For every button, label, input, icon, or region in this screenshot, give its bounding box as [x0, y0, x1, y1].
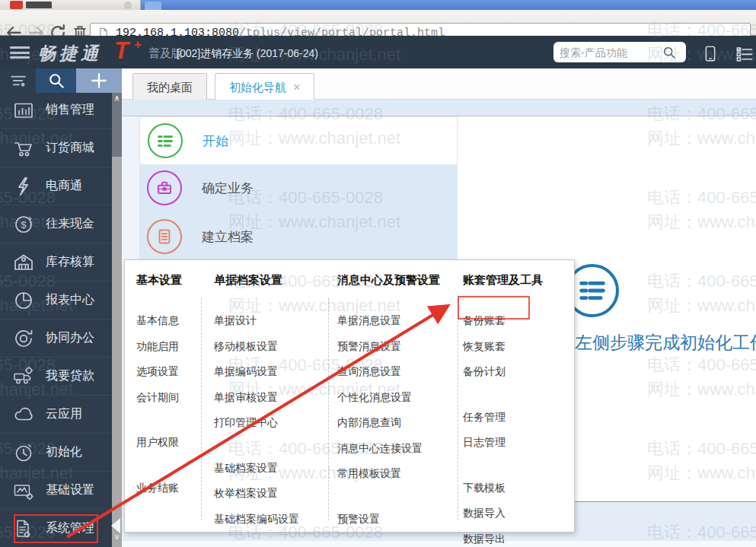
browser-titlebar — [0, 0, 756, 10]
sidebar-filter-icon[interactable] — [0, 68, 36, 93]
task-list-icon[interactable] — [735, 44, 754, 64]
menu-item[interactable]: 单据设计 — [214, 308, 299, 334]
menu-item[interactable]: 单据编码设置 — [214, 359, 299, 385]
app-window: 192.168.1.103:8080/tplus/view/portal/por… — [0, 0, 756, 547]
sidebar-item-2[interactable]: 订货商城 — [0, 129, 112, 167]
system-manage-menu: 基本设置基本信息功能启用选项设置会计期间用户权限业务结账单据档案设置单据设计移动… — [124, 259, 575, 533]
menu-item[interactable]: 业务结账 — [136, 475, 182, 501]
menu-column-3: 消息中心及预警设置单据消息设置预警消息设置查询消息设置个性化消息设置内部消息查询… — [337, 273, 440, 532]
menu-column-title: 消息中心及预警设置 — [337, 273, 440, 288]
menu-item[interactable]: 日志管理 — [463, 430, 543, 456]
tab-close-icon[interactable] — [124, 2, 132, 9]
browser-toolbar: 192.168.1.103:8080/tplus/view/portal/por… — [0, 10, 756, 36]
menu-group: 预警设置 — [337, 507, 440, 533]
scroll-down-icon[interactable]: v — [112, 533, 122, 541]
cash-dollar-icon: $ — [12, 213, 35, 236]
menu-item[interactable]: 查询消息设置 — [337, 359, 440, 385]
menu-item[interactable]: 任务管理 — [463, 405, 543, 431]
tab-init-nav[interactable]: 初始化导航 × — [215, 73, 314, 100]
step-start-row[interactable]: 开始 — [139, 116, 458, 164]
sidebar-item-5[interactable]: 库存核算 — [0, 243, 112, 281]
start-list-icon — [148, 123, 183, 158]
new-tab-button[interactable] — [145, 2, 161, 10]
cloud-app-icon — [12, 403, 35, 426]
menu-item[interactable]: 枚举档案设置 — [214, 481, 299, 507]
browser-tab-title — [26, 2, 52, 8]
archive-doc-icon — [147, 219, 182, 254]
sidebar-item-1[interactable]: 销售管理 — [0, 91, 112, 129]
search-input[interactable] — [560, 46, 659, 59]
menu-item[interactable]: 常用模板设置 — [337, 461, 440, 487]
menu-item[interactable]: 数据导出 — [463, 526, 543, 547]
menu-column-1: 基本设置基本信息功能启用选项设置会计期间用户权限业务结账 — [136, 273, 182, 501]
sidebar-item-6[interactable]: 报表中心 — [0, 281, 112, 320]
menu-group: 备份账套恢复账套备份计划 — [463, 308, 543, 385]
initialization-clock-icon — [12, 441, 35, 464]
menu-item[interactable]: 恢复账套 — [463, 334, 543, 360]
menu-item[interactable]: 内部消息查询 — [337, 410, 440, 436]
menu-item[interactable]: 选项设置 — [136, 359, 182, 385]
step-archive-row[interactable]: 建立档案 — [147, 219, 254, 254]
tab-my-desktop[interactable]: 我的桌面 — [132, 73, 207, 100]
sidebar-search-icon[interactable] — [36, 68, 76, 93]
menu-item[interactable]: 数据导入 — [463, 501, 543, 526]
menu-group: 业务结账 — [136, 475, 182, 501]
svg-text:$: $ — [21, 219, 27, 231]
basic-settings-icon — [12, 479, 35, 502]
menu-item[interactable]: 基本信息 — [136, 308, 182, 334]
menu-item[interactable]: 备份计划 — [463, 359, 543, 385]
mobile-app-icon[interactable] — [701, 44, 719, 64]
sidebar-add-icon[interactable] — [76, 68, 122, 93]
sidebar-item-label: 云应用 — [46, 406, 82, 422]
step-business-row[interactable]: 确定业务 — [147, 170, 254, 205]
step-label: 建立档案 — [202, 228, 254, 246]
menu-column-title: 基本设置 — [136, 273, 182, 288]
sidebar-item-label: 我要贷款 — [46, 368, 94, 384]
close-icon[interactable]: × — [293, 74, 300, 100]
sidebar-item-label: 初始化 — [46, 444, 82, 460]
menu-item[interactable]: 预警设置 — [337, 507, 440, 533]
menu-item[interactable]: 单据审核设置 — [214, 385, 299, 411]
menu-item[interactable]: 会计期间 — [136, 385, 182, 411]
sidebar-item-11[interactable]: 基础设置 — [0, 472, 112, 510]
account-label[interactable]: [002]进销存业务 — [177, 47, 254, 61]
menu-item[interactable]: 基础档案设置 — [214, 456, 299, 482]
menu-group: 单据消息设置预警消息设置查询消息设置个性化消息设置内部消息查询消息中心连接设置常… — [337, 308, 440, 487]
collaboration-sync-icon — [12, 327, 35, 350]
brand-plus-icon: + — [134, 37, 142, 52]
sidebar-item-7[interactable]: 协同办公 — [0, 320, 112, 358]
business-briefcase-icon — [147, 170, 182, 205]
sidebar-item-label: 订货商城 — [46, 140, 94, 156]
menu-group: 用户权限 — [136, 430, 182, 456]
menu-item[interactable]: 单据消息设置 — [337, 308, 440, 334]
sidebar-item-9[interactable]: 云应用 — [0, 396, 112, 434]
content-top-band — [122, 100, 756, 116]
menu-item[interactable]: 功能启用 — [136, 334, 182, 360]
sidebar-item-label: 电商通 — [46, 178, 82, 194]
sidebar-item-4[interactable]: $往来现金 — [0, 205, 112, 243]
menu-item[interactable]: 预警消息设置 — [337, 334, 440, 360]
menu-column-4: 账套管理及工具备份账套恢复账套备份计划任务管理日志管理下载模板数据导入数据导出 — [463, 273, 543, 547]
menu-item[interactable]: 用户权限 — [136, 430, 182, 456]
search-icon[interactable] — [662, 45, 677, 60]
menu-column-title: 账套管理及工具 — [463, 273, 543, 288]
menu-burger-icon[interactable] — [10, 46, 30, 59]
scroll-up-glyph: ^ — [112, 95, 122, 103]
workspace-tabbar: 我的桌面 初始化导航 × — [122, 68, 756, 100]
menu-item[interactable]: 打印管理中心 — [214, 410, 299, 436]
brand-logo: 畅捷通 — [38, 42, 102, 65]
menu-item[interactable]: 移动模板设置 — [214, 334, 299, 360]
sidebar-item-3[interactable]: 电商通 — [0, 167, 112, 205]
sidebar-item-10[interactable]: 初始化 — [0, 434, 112, 472]
sidebar-item-8[interactable]: 我要贷款 — [0, 358, 112, 396]
menu-item[interactable]: 基础档案编码设置 — [214, 507, 299, 533]
menu-item[interactable]: 个性化消息设置 — [337, 385, 440, 411]
browser-tab[interactable] — [0, 0, 141, 10]
sidebar-item-12[interactable]: 系统管理 — [0, 510, 112, 547]
menu-item[interactable]: 备份账套 — [463, 308, 543, 334]
menu-item[interactable]: 下载模板 — [463, 475, 543, 501]
menu-divider — [201, 298, 202, 520]
menu-item[interactable]: 消息中心连接设置 — [337, 436, 440, 462]
content-scrollbar[interactable]: ˄​ ^ v — [112, 93, 122, 547]
sidebar-collapse-icon[interactable] — [111, 518, 120, 533]
